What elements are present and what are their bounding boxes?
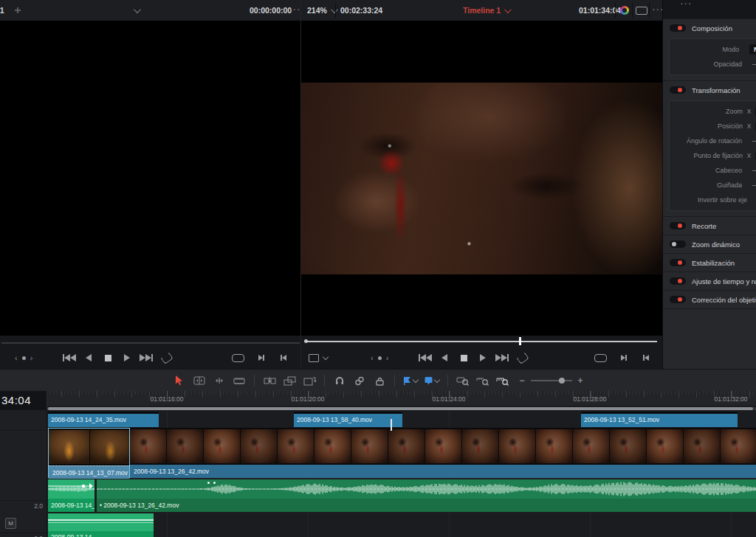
section-toggle[interactable] bbox=[670, 296, 686, 303]
timeline-zoom-slider[interactable]: − + bbox=[519, 376, 583, 385]
setting-label: Punto de fijación bbox=[670, 152, 743, 159]
flag-button[interactable] bbox=[403, 373, 418, 388]
setting-label: Guiñada bbox=[670, 181, 742, 189]
jog-control[interactable]: ‹› bbox=[371, 353, 388, 362]
timeline-ruler[interactable]: 01:01:16:0001:01:20:0001:01:24:0001:01:2… bbox=[47, 391, 756, 406]
add-icon[interactable] bbox=[15, 7, 21, 13]
section-toggle[interactable] bbox=[670, 240, 686, 248]
stop-button[interactable] bbox=[456, 350, 471, 366]
viewer-zoom-level[interactable]: 214% bbox=[307, 0, 336, 21]
timeline-viewer[interactable] bbox=[301, 21, 662, 336]
custom-zoom-icon[interactable] bbox=[456, 373, 470, 388]
go-to-end-button[interactable] bbox=[139, 350, 154, 366]
timeline-clip-v2[interactable]: 2008-09-13 13_58_40.mov bbox=[294, 412, 402, 427]
next-edit-icon[interactable] bbox=[254, 350, 269, 366]
marker-button[interactable] bbox=[425, 373, 439, 388]
source-options-icon[interactable]: ··· bbox=[289, 0, 301, 21]
color-grade-icon[interactable] bbox=[620, 6, 629, 15]
inspector-section-toggle-0[interactable]: Recorte bbox=[663, 216, 756, 235]
play-reverse-button[interactable] bbox=[81, 350, 96, 366]
inspector-section-toggle-1[interactable]: Zoom dinámico bbox=[663, 235, 756, 253]
timeline-clip-v1[interactable]: 2008-09-13 13_26_42.mov bbox=[130, 428, 756, 478]
track-header-v2[interactable] bbox=[0, 410, 47, 431]
jog-control[interactable]: ‹› bbox=[15, 353, 32, 362]
setting-slider[interactable] bbox=[752, 141, 756, 142]
scrubber-playhead[interactable] bbox=[519, 337, 521, 345]
zoom-slider-handle[interactable] bbox=[559, 378, 565, 384]
match-frame-icon[interactable] bbox=[593, 350, 608, 366]
detail-zoom-icon[interactable] bbox=[476, 373, 489, 388]
setting-slider[interactable] bbox=[752, 170, 756, 171]
stop-button[interactable] bbox=[100, 350, 115, 366]
razor-blade-button[interactable] bbox=[233, 373, 246, 388]
source-timecode: 00:00:00:00 bbox=[250, 0, 292, 21]
timeline-clip-a1[interactable]: 2008-09-13 14_... bbox=[48, 479, 94, 512]
trim-edit-mode-button[interactable] bbox=[193, 373, 206, 388]
section-toggle[interactable] bbox=[670, 222, 686, 229]
timeline-clip-a1[interactable]: • 2008-09-13 13_26_42.mov bbox=[97, 479, 756, 512]
loop-button[interactable] bbox=[515, 350, 530, 366]
transform-settings-box: ZoomX1.00PosiciónX0.00Ángulo de rotación… bbox=[669, 100, 756, 211]
prev-edit-icon[interactable] bbox=[639, 350, 653, 366]
linked-selection-button[interactable] bbox=[353, 373, 366, 388]
overwrite-clip-button[interactable] bbox=[283, 373, 296, 388]
source-viewer[interactable] bbox=[0, 21, 300, 336]
go-to-start-button[interactable] bbox=[62, 350, 77, 366]
replace-clip-button[interactable] bbox=[303, 373, 316, 388]
snapping-magnet-button[interactable] bbox=[333, 373, 346, 388]
position-lock-button[interactable] bbox=[373, 373, 386, 388]
timeline-clip-v1[interactable]: 2008-09-13 14_13_07.mov bbox=[48, 428, 130, 478]
transform-row: PosiciónX0.00 bbox=[670, 119, 756, 134]
opacity-slider[interactable] bbox=[752, 64, 756, 65]
track-header-a2[interactable]: 2.0 M bbox=[0, 533, 47, 537]
timeline-scrubber[interactable] bbox=[306, 341, 657, 342]
mute-button[interactable]: M bbox=[5, 518, 16, 529]
track-header-v1[interactable] bbox=[0, 430, 47, 501]
selection-mode-button[interactable] bbox=[173, 373, 186, 388]
clip-thumbnail bbox=[167, 429, 203, 463]
go-to-start-button[interactable] bbox=[418, 350, 433, 366]
scrubber-start-dot bbox=[304, 339, 308, 343]
section-toggle[interactable] bbox=[670, 86, 686, 94]
setting-slider[interactable] bbox=[752, 185, 756, 186]
blend-mode-dropdown[interactable]: Normal bbox=[749, 44, 756, 55]
clip-thumbnail bbox=[90, 430, 129, 464]
audio-keyframe-dot[interactable] bbox=[213, 482, 216, 484]
full-extent-zoom-icon[interactable] bbox=[496, 373, 509, 388]
source-dropdown-chevron-icon[interactable] bbox=[134, 6, 141, 13]
source-scrubber[interactable] bbox=[1, 342, 300, 344]
composition-settings-box: ModoNormalOpacidad bbox=[669, 38, 756, 75]
section-toggle[interactable] bbox=[670, 277, 686, 285]
inspector-section-toggle-2[interactable]: Estabilización bbox=[663, 253, 756, 271]
next-edit-icon[interactable] bbox=[616, 350, 631, 366]
timeline-name[interactable]: Timeline 1 bbox=[463, 0, 509, 21]
prev-edit-icon[interactable] bbox=[276, 350, 291, 366]
audio-keyframe-dot[interactable] bbox=[207, 482, 210, 484]
inspector-section-composicion[interactable]: Composición bbox=[663, 18, 756, 37]
viewer-scale-dropdown[interactable] bbox=[309, 350, 328, 366]
insert-clip-button[interactable] bbox=[263, 373, 276, 388]
timeline-scrollbar[interactable] bbox=[47, 407, 756, 410]
track-header-a1[interactable]: 2.0 M bbox=[0, 500, 47, 533]
clip-thumbnail bbox=[462, 429, 498, 463]
dynamic-trim-mode-button[interactable] bbox=[213, 373, 226, 388]
go-to-end-button[interactable] bbox=[495, 350, 509, 366]
zoom-in-icon[interactable]: + bbox=[578, 376, 583, 385]
inspector-section-toggle-3[interactable]: Ajuste de tiempo y redimen bbox=[663, 271, 756, 290]
timeline-clip-v2[interactable]: 2008-09-13 14_24_35.mov bbox=[48, 412, 159, 427]
inspector-section-transformacion[interactable]: Transformación bbox=[663, 80, 756, 99]
section-toggle[interactable] bbox=[670, 24, 686, 32]
loop-button[interactable] bbox=[159, 350, 174, 366]
timeline-clip-v2[interactable]: 2008-09-13 13_52_51.mov bbox=[581, 412, 738, 427]
clip-thumbnail bbox=[130, 429, 166, 463]
timeline-clip-a2[interactable]: 2008-09-13 14_... bbox=[48, 513, 154, 537]
fullscreen-viewer-icon[interactable] bbox=[636, 7, 647, 15]
inspector-options-icon[interactable]: ··· bbox=[681, 0, 693, 15]
match-frame-icon[interactable] bbox=[230, 350, 245, 366]
play-reverse-button[interactable] bbox=[437, 350, 452, 366]
play-button[interactable] bbox=[120, 350, 134, 366]
inspector-section-toggle-4[interactable]: Corrección del objetivo bbox=[663, 290, 756, 308]
section-toggle[interactable] bbox=[670, 259, 686, 266]
zoom-out-icon[interactable]: − bbox=[519, 376, 524, 385]
play-button[interactable] bbox=[475, 350, 490, 366]
